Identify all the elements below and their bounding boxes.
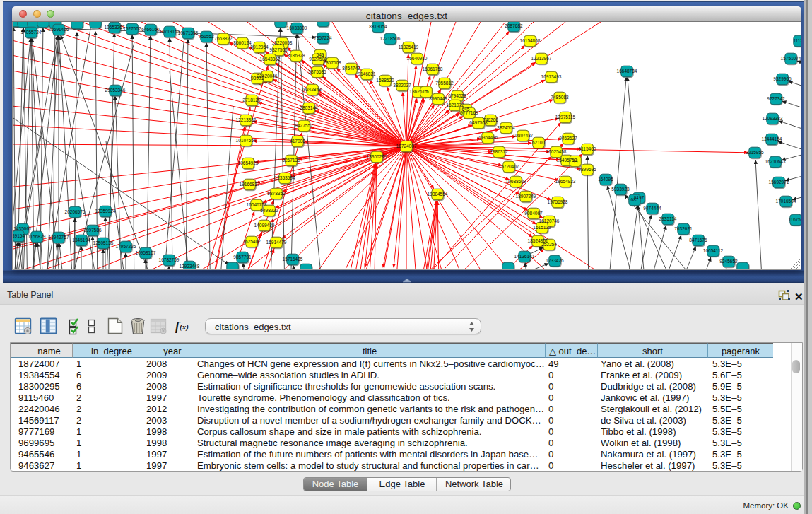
svg-text:1345194: 1345194	[72, 238, 90, 243]
svg-text:10107554: 10107554	[236, 138, 257, 143]
svg-text:12353594: 12353594	[275, 175, 295, 180]
svg-text:62100: 62100	[532, 140, 545, 145]
svg-text:12218506: 12218506	[380, 36, 401, 41]
svg-text:9777169: 9777169	[460, 110, 478, 115]
svg-text:10654112: 10654112	[703, 248, 724, 253]
svg-text:6497568: 6497568	[469, 120, 488, 125]
svg-text:39154: 39154	[12, 233, 25, 238]
svg-text:164095: 164095	[598, 177, 613, 182]
svg-text:2803144: 2803144	[300, 105, 318, 110]
svg-text:10688609: 10688609	[506, 179, 526, 184]
svg-text:3822037: 3822037	[393, 83, 411, 88]
svg-text:5878352: 5878352	[267, 191, 286, 196]
svg-text:3215955: 3215955	[746, 150, 764, 155]
svg-text:15720407: 15720407	[499, 164, 519, 169]
svg-text:9227342: 9227342	[767, 96, 785, 101]
svg-text:7986372: 7986372	[490, 149, 508, 154]
svg-text:19756928: 19756928	[548, 199, 568, 204]
svg-text:44: 44	[572, 158, 578, 163]
svg-text:7663822: 7663822	[214, 36, 233, 41]
svg-text:8186328: 8186328	[287, 53, 305, 58]
svg-text:116753: 116753	[788, 217, 801, 222]
svg-text:2087682: 2087682	[505, 23, 523, 28]
svg-text:18907249: 18907249	[516, 194, 536, 199]
svg-text:8267130: 8267130	[282, 158, 300, 163]
svg-text:18226058: 18226058	[272, 40, 293, 45]
svg-text:7632621: 7632621	[674, 226, 693, 231]
svg-text:16543362: 16543362	[260, 57, 281, 62]
svg-text:16210643: 16210643	[765, 159, 786, 164]
svg-text:2718120: 2718120	[242, 98, 261, 103]
svg-text:18724007: 18724007	[396, 144, 417, 148]
svg-text:5498222: 5498222	[260, 208, 278, 213]
svg-text:16782759: 16782759	[159, 257, 180, 262]
svg-text:9242848: 9242848	[303, 87, 322, 92]
svg-text:9146821: 9146821	[358, 71, 376, 76]
svg-text:10973493: 10973493	[541, 74, 562, 79]
svg-text:1615132: 1615132	[533, 225, 551, 230]
svg-text:687: 687	[631, 197, 639, 202]
svg-text:16648784: 16648784	[617, 69, 637, 74]
svg-text:9474444: 9474444	[643, 206, 661, 211]
svg-text:7485083: 7485083	[551, 95, 569, 100]
svg-text:29053346: 29053346	[105, 88, 126, 93]
svg-text:19654925: 19654925	[238, 160, 259, 165]
svg-text:8660124: 8660124	[233, 40, 252, 45]
svg-text:9084067: 9084067	[524, 211, 543, 216]
svg-text:10807487: 10807487	[513, 133, 534, 138]
svg-text:9115460: 9115460	[579, 146, 596, 151]
svg-text:8427552: 8427552	[295, 123, 313, 128]
svg-text:14099489: 14099489	[254, 223, 275, 228]
svg-text:98901: 98901	[251, 76, 264, 81]
svg-text:10671355: 10671355	[178, 30, 199, 35]
svg-text:9899695: 9899695	[578, 167, 596, 172]
svg-text:12923448: 12923448	[180, 264, 200, 269]
svg-text:10958107: 10958107	[136, 250, 156, 255]
svg-text:8990448: 8990448	[429, 96, 447, 101]
svg-text:10653267: 10653267	[105, 25, 125, 30]
svg-text:15692971: 15692971	[769, 180, 789, 185]
svg-text:20364436: 20364436	[478, 135, 498, 140]
svg-text:12213967: 12213967	[531, 56, 552, 61]
svg-text:12213382: 12213382	[236, 117, 257, 122]
svg-text:12975115: 12975115	[555, 115, 576, 119]
svg-text:15: 15	[423, 89, 429, 94]
svg-text:1527602: 1527602	[123, 26, 141, 31]
svg-text:1435061: 1435061	[13, 226, 32, 231]
svg-text:9329966: 9329966	[773, 76, 792, 81]
svg-text:16120746: 16120746	[539, 218, 560, 223]
svg-text:12942757: 12942757	[49, 235, 69, 240]
svg-text:17359924: 17359924	[95, 209, 116, 214]
svg-text:2367608: 2367608	[323, 60, 341, 65]
svg-text:417008: 417008	[290, 139, 305, 144]
svg-text:1588520: 1588520	[376, 78, 394, 83]
svg-text:20691406: 20691406	[49, 27, 69, 32]
svg-text:19384554: 19384554	[428, 192, 448, 197]
svg-text:5933923: 5933923	[611, 187, 630, 192]
svg-text:10719155: 10719155	[160, 29, 180, 34]
svg-text:8454749: 8454749	[342, 66, 360, 71]
svg-text:18300295: 18300295	[367, 154, 387, 159]
svg-text:17016504: 17016504	[776, 199, 796, 204]
svg-text:15716485: 15716485	[283, 257, 303, 262]
svg-text:3875685: 3875685	[308, 69, 326, 74]
svg-text:12093383: 12093383	[763, 116, 783, 121]
svg-text:16033809: 16033809	[287, 25, 307, 30]
svg-text:20206576: 20206576	[65, 209, 86, 214]
svg-text:8813054: 8813054	[369, 24, 387, 29]
svg-text:252254: 252254	[541, 242, 557, 247]
svg-text:16961758: 16961758	[423, 66, 443, 71]
svg-text:17957225: 17957225	[116, 244, 136, 249]
svg-text:2935114: 2935114	[659, 216, 677, 221]
svg-text:1733426: 1733426	[546, 258, 564, 263]
svg-text:16914479: 16914479	[266, 240, 287, 245]
svg-text:16154808: 16154808	[520, 38, 541, 43]
svg-text:7857224: 7857224	[314, 35, 332, 40]
svg-text:9997586: 9997586	[83, 228, 102, 233]
svg-text:9857791: 9857791	[233, 255, 252, 259]
svg-text:9245652: 9245652	[719, 259, 738, 264]
svg-text:19166827: 19166827	[240, 182, 260, 187]
svg-text:8471676: 8471676	[689, 238, 707, 243]
svg-text:751552: 751552	[199, 34, 214, 39]
svg-text:6466160: 6466160	[141, 27, 160, 32]
